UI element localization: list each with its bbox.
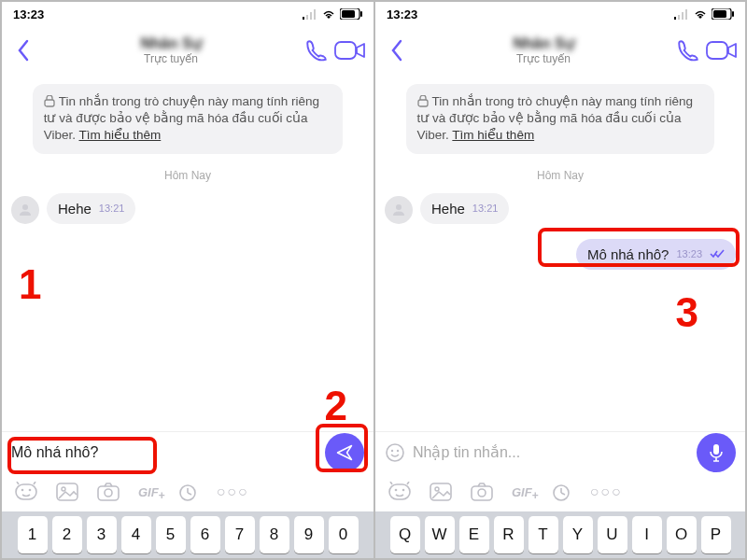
key[interactable]: E [459,516,489,553]
more-icon[interactable]: ○○○ [217,483,249,500]
more-icon[interactable]: ○○○ [590,483,623,500]
message-input[interactable] [413,444,689,461]
incoming-bubble[interactable]: Hehe 13:21 [420,193,509,224]
svg-rect-18 [674,17,676,20]
mic-button[interactable] [697,433,736,472]
svg-rect-1 [306,15,308,20]
message-time: 13:21 [99,203,125,214]
sticker-icon[interactable] [388,482,411,502]
message-text: Hehe [58,201,92,217]
wifi-icon [693,8,708,20]
incoming-bubble[interactable]: Hehe 13:21 [47,193,135,224]
key[interactable]: 3 [87,516,117,553]
key[interactable]: W [425,516,455,553]
message-input[interactable] [11,444,317,461]
key[interactable]: T [529,516,558,553]
send-button[interactable] [325,433,364,472]
key[interactable]: 6 [190,516,220,553]
outgoing-message-row: Mô nhá nhô? 13:23 [385,239,736,270]
signal-icon [674,9,689,20]
key[interactable]: Q [390,516,420,553]
svg-point-36 [435,487,439,491]
key[interactable]: 0 [329,516,359,553]
wifi-icon [321,8,336,20]
encryption-notice[interactable]: Tin nhắn trong trò chuyện này mang tính … [33,84,344,154]
key[interactable]: O [667,516,697,553]
svg-point-27 [396,204,402,210]
lock-icon [417,95,429,107]
avatar[interactable] [11,196,39,224]
svg-rect-0 [303,17,304,20]
svg-point-34 [402,489,405,492]
svg-point-16 [105,489,112,497]
sticker-icon[interactable] [15,482,37,502]
timer-icon[interactable] [177,482,198,502]
svg-point-11 [21,489,24,492]
message-text: Mô nhá nhô? [587,246,669,262]
right-panel: 13:23 Nhân Sự Trực tuyến Tin nhắn trong … [374,2,745,558]
incoming-message-row: Hehe 13:21 [385,193,736,224]
learn-more-link[interactable]: Tìm hiểu thêm [78,128,161,142]
video-call-button[interactable] [706,39,738,62]
contact-status: Trực tuyến [516,52,571,65]
svg-rect-21 [685,9,687,20]
contact-name: Nhân Sự [140,35,201,52]
emoji-button[interactable] [385,442,405,463]
svg-point-33 [395,489,398,492]
svg-rect-32 [389,484,410,499]
svg-point-14 [62,487,65,491]
key[interactable]: 4 [121,516,151,553]
key[interactable]: I [632,516,662,553]
status-time: 13:23 [387,7,417,21]
key[interactable]: 9 [294,516,324,553]
key[interactable]: U [598,516,627,553]
key[interactable]: 1 [18,516,48,553]
svg-rect-26 [418,100,428,106]
back-button[interactable] [9,39,37,62]
key[interactable]: 2 [52,516,82,553]
encryption-notice[interactable]: Tin nhắn trong trò chuyện này mang tính … [406,84,715,154]
key[interactable]: 8 [260,516,289,553]
messages-area[interactable]: Tin nhắn trong trò chuyện này mang tính … [2,75,374,431]
header-title-block[interactable]: Nhân Sự Trực tuyến [416,35,670,66]
svg-rect-24 [713,10,726,18]
gif-icon[interactable]: GIF+ [138,485,159,499]
key[interactable]: 7 [225,516,255,553]
back-button[interactable] [383,39,411,62]
key[interactable]: 5 [156,516,186,553]
learn-more-link[interactable]: Tìm hiểu thêm [452,128,534,142]
message-time: 13:21 [472,203,499,214]
gallery-icon[interactable] [56,483,78,501]
voice-call-button[interactable] [304,38,329,63]
messages-area[interactable]: Tin nhắn trong trò chuyện này mang tính … [375,75,745,431]
svg-point-12 [29,489,32,492]
key[interactable]: R [494,516,524,553]
gallery-icon[interactable] [430,483,452,501]
status-time: 13:23 [13,7,44,21]
outgoing-bubble[interactable]: Mô nhá nhô? 13:23 [576,239,736,270]
header-title-block[interactable]: Nhân Sự Trực tuyến [43,35,299,66]
callout-number-3: 3 [676,289,698,336]
key[interactable]: P [701,516,731,553]
svg-point-29 [391,449,393,451]
chat-header: Nhân Sự Trực tuyến [375,26,745,75]
delivered-ticks-icon [710,249,725,259]
contact-name: Nhân Sự [513,35,573,52]
key[interactable]: Y [563,516,593,553]
timer-icon[interactable] [551,482,571,502]
svg-rect-5 [360,11,362,17]
callout-number-2: 2 [325,383,347,429]
date-separator: Hôm Nay [11,169,364,182]
date-separator: Hôm Nay [385,169,736,182]
camera-icon[interactable] [471,483,493,501]
lock-icon [44,95,55,107]
contact-status: Trực tuyến [144,52,198,65]
gif-icon[interactable]: GIF+ [512,485,532,499]
svg-rect-7 [335,42,356,59]
video-call-button[interactable] [334,39,366,62]
voice-call-button[interactable] [676,38,700,63]
svg-rect-2 [310,12,312,20]
battery-icon [712,8,734,20]
camera-icon[interactable] [97,483,120,501]
avatar[interactable] [385,196,413,224]
